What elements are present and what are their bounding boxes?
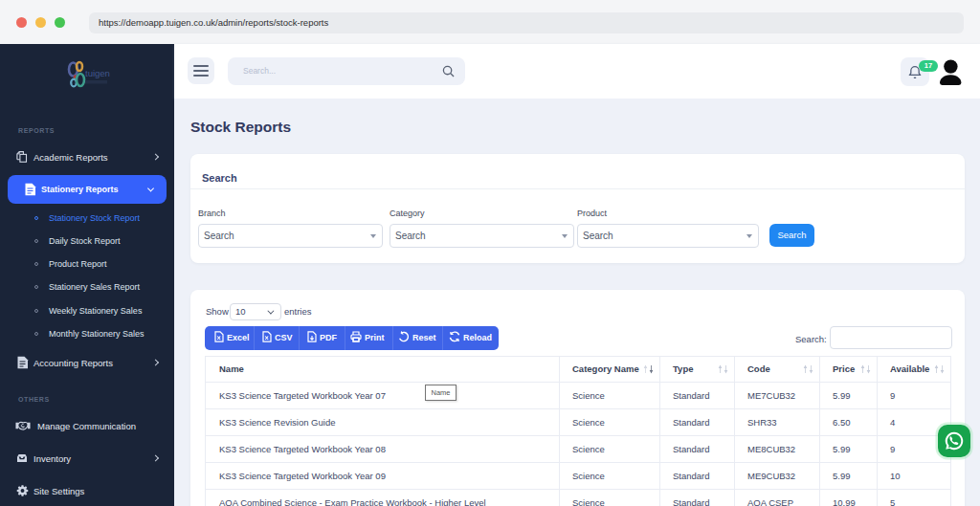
- svg-text:tuigen: tuigen: [85, 68, 110, 78]
